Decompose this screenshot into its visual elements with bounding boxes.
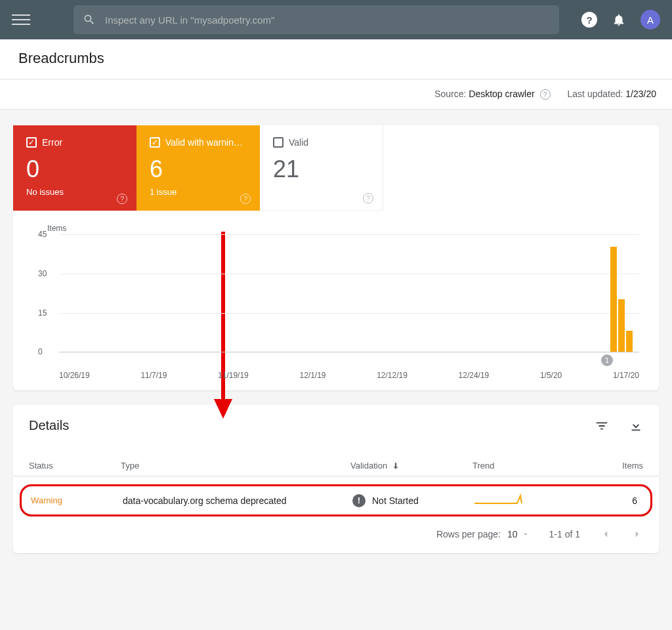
bar — [618, 299, 625, 352]
tab-valid-count: 21 — [273, 156, 369, 183]
items-chart: Items 45 30 15 0 1 10/26/19 11/7/19 — [13, 211, 659, 384]
x-tick: 1/5/20 — [540, 371, 562, 380]
search-icon — [83, 13, 96, 26]
bar — [610, 247, 617, 352]
x-tick: 10/26/19 — [59, 371, 90, 380]
download-icon[interactable] — [629, 419, 643, 433]
help-icon[interactable]: ? — [581, 12, 597, 28]
next-page-button[interactable] — [631, 528, 643, 540]
search-input[interactable] — [105, 14, 550, 26]
details-table-header: Status Type Validation Trend Items — [13, 441, 659, 476]
search-bar[interactable] — [74, 5, 559, 34]
error-icon: ! — [352, 494, 366, 507]
updated-value: 1/23/20 — [625, 89, 656, 99]
updated-label: Last updated: — [568, 89, 623, 99]
tab-error-sub: No issues — [26, 187, 123, 197]
prev-page-button[interactable] — [600, 528, 612, 540]
col-items: Items — [571, 461, 643, 471]
col-validation[interactable]: Validation — [350, 461, 472, 471]
help-icon[interactable]: ? — [363, 193, 373, 203]
y-tick: 15 — [38, 308, 47, 318]
checkbox-icon: ✓ — [150, 137, 160, 148]
col-type: Type — [121, 461, 350, 471]
details-row[interactable]: Warning data-vocabulary.org schema depre… — [20, 484, 652, 516]
tab-valid[interactable]: Valid 21 ? — [260, 125, 383, 211]
checkbox-icon: ✓ — [26, 137, 37, 148]
row-validation: ! Not Started — [352, 494, 474, 507]
y-tick: 0 — [38, 347, 43, 356]
notifications-icon[interactable] — [612, 12, 626, 27]
x-tick: 11/19/19 — [218, 371, 249, 380]
filter-icon[interactable] — [595, 419, 609, 433]
help-icon[interactable]: ? — [117, 194, 127, 204]
bar — [626, 331, 633, 352]
tab-error-count: 0 — [26, 156, 123, 183]
help-icon[interactable]: ? — [240, 194, 251, 204]
source-value: Desktop crawler — [469, 89, 534, 99]
row-type: data-vocabulary.org schema deprecated — [123, 495, 352, 506]
x-tick: 1/17/20 — [613, 371, 639, 380]
col-trend: Trend — [472, 461, 571, 471]
tab-valid-with-warnings[interactable]: ✓Valid with warnin… 6 1 issue ? — [136, 125, 260, 211]
pagination: Rows per page: 10 1-1 of 1 — [13, 516, 659, 553]
details-title: Details — [29, 418, 69, 433]
menu-button[interactable] — [12, 10, 30, 29]
chart-y-label: Items — [47, 224, 639, 233]
row-status: Warning — [31, 495, 123, 505]
tab-error[interactable]: ✓Error 0 No issues ? — [13, 125, 136, 211]
rows-per-page-label: Rows per page: — [436, 529, 501, 539]
row-items: 6 — [573, 495, 641, 506]
col-status: Status — [29, 461, 121, 471]
y-tick: 45 — [38, 230, 47, 239]
page-range: 1-1 of 1 — [549, 529, 580, 539]
x-tick: 12/24/19 — [459, 371, 490, 380]
source-label: Source: — [434, 89, 466, 99]
page-title: Breadcrumbs — [18, 50, 654, 67]
x-tick: 11/7/19 — [140, 371, 167, 380]
rows-per-page-select[interactable]: 10 — [507, 529, 530, 539]
checkbox-icon — [273, 137, 284, 148]
y-tick: 30 — [38, 269, 47, 278]
sort-down-icon — [391, 461, 400, 471]
avatar[interactable]: A — [640, 10, 660, 30]
x-tick: 12/12/19 — [377, 371, 408, 380]
tab-warn-sub: 1 issue — [150, 187, 247, 197]
x-tick: 12/1/19 — [299, 371, 326, 380]
help-icon[interactable]: ? — [540, 89, 551, 100]
chart-bars — [610, 247, 633, 352]
meta-bar: Source: Desktop crawler ? Last updated: … — [0, 79, 672, 110]
tab-warn-count: 6 — [150, 156, 247, 183]
row-trend — [474, 493, 573, 508]
